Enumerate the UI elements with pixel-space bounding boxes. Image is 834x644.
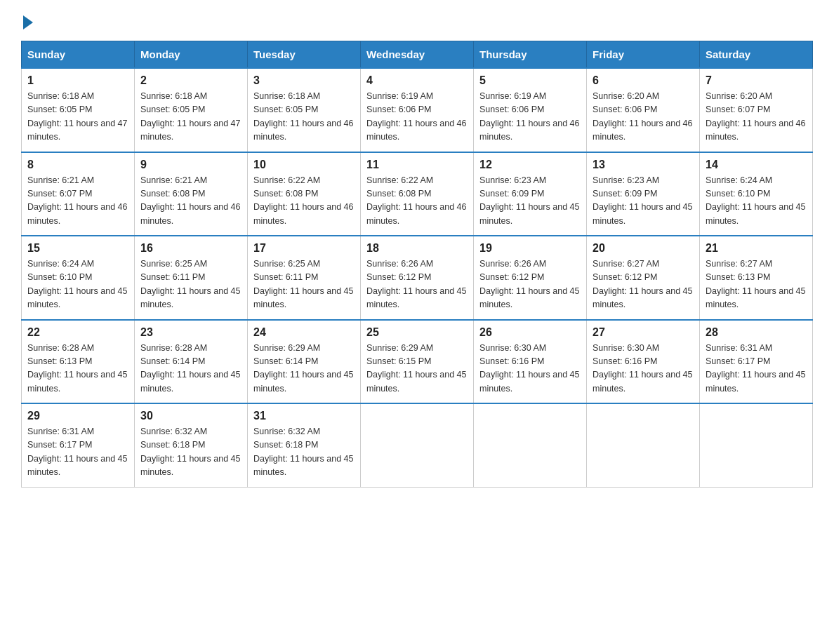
week-row-1: 1 Sunrise: 6:18 AM Sunset: 6:05 PM Dayli…	[22, 68, 813, 152]
day-number: 11	[366, 159, 468, 171]
calendar-cell: 2 Sunrise: 6:18 AM Sunset: 6:05 PM Dayli…	[135, 68, 248, 152]
calendar-cell: 23 Sunrise: 6:28 AM Sunset: 6:14 PM Dayl…	[135, 320, 248, 404]
day-number: 18	[366, 242, 468, 255]
calendar-table: SundayMondayTuesdayWednesdayThursdayFrid…	[21, 41, 813, 488]
calendar-cell: 26 Sunrise: 6:30 AM Sunset: 6:16 PM Dayl…	[474, 320, 587, 404]
week-row-5: 29 Sunrise: 6:31 AM Sunset: 6:17 PM Dayl…	[22, 403, 813, 487]
day-number: 1	[27, 74, 128, 87]
day-number: 28	[706, 326, 807, 339]
day-number: 2	[140, 74, 241, 87]
calendar-cell: 28 Sunrise: 6:31 AM Sunset: 6:17 PM Dayl…	[700, 320, 813, 404]
header-thursday: Thursday	[474, 41, 587, 69]
day-info: Sunrise: 6:18 AM Sunset: 6:05 PM Dayligh…	[253, 90, 355, 145]
day-number: 15	[27, 242, 128, 255]
day-info: Sunrise: 6:27 AM Sunset: 6:12 PM Dayligh…	[593, 257, 694, 312]
calendar-cell	[361, 403, 474, 487]
day-info: Sunrise: 6:18 AM Sunset: 6:05 PM Dayligh…	[27, 90, 128, 145]
day-number: 29	[27, 410, 128, 422]
calendar-cell: 14 Sunrise: 6:24 AM Sunset: 6:10 PM Dayl…	[700, 152, 813, 236]
logo	[21, 14, 33, 27]
day-number: 17	[253, 242, 355, 255]
day-number: 4	[366, 74, 468, 87]
day-info: Sunrise: 6:18 AM Sunset: 6:05 PM Dayligh…	[140, 90, 241, 145]
calendar-cell: 13 Sunrise: 6:23 AM Sunset: 6:09 PM Dayl…	[587, 152, 700, 236]
day-info: Sunrise: 6:30 AM Sunset: 6:16 PM Dayligh…	[593, 342, 694, 396]
week-row-3: 15 Sunrise: 6:24 AM Sunset: 6:10 PM Dayl…	[22, 236, 813, 320]
calendar-cell: 10 Sunrise: 6:22 AM Sunset: 6:08 PM Dayl…	[248, 152, 361, 236]
calendar-cell	[700, 403, 813, 487]
week-row-2: 8 Sunrise: 6:21 AM Sunset: 6:07 PM Dayli…	[22, 152, 813, 236]
calendar-cell: 30 Sunrise: 6:32 AM Sunset: 6:18 PM Dayl…	[135, 403, 248, 487]
calendar-cell: 12 Sunrise: 6:23 AM Sunset: 6:09 PM Dayl…	[474, 152, 587, 236]
calendar-cell: 29 Sunrise: 6:31 AM Sunset: 6:17 PM Dayl…	[22, 403, 135, 487]
day-number: 23	[140, 326, 241, 339]
header-monday: Monday	[135, 41, 248, 69]
day-number: 20	[593, 242, 694, 255]
calendar-cell: 27 Sunrise: 6:30 AM Sunset: 6:16 PM Dayl…	[587, 320, 700, 404]
calendar-cell: 22 Sunrise: 6:28 AM Sunset: 6:13 PM Dayl…	[22, 320, 135, 404]
day-info: Sunrise: 6:22 AM Sunset: 6:08 PM Dayligh…	[366, 174, 468, 229]
day-number: 31	[253, 410, 355, 422]
day-number: 24	[253, 326, 355, 339]
calendar-cell: 4 Sunrise: 6:19 AM Sunset: 6:06 PM Dayli…	[361, 68, 474, 152]
page-header	[21, 14, 813, 27]
calendar-cell: 25 Sunrise: 6:29 AM Sunset: 6:15 PM Dayl…	[361, 320, 474, 404]
day-number: 19	[479, 242, 581, 255]
day-number: 13	[593, 159, 694, 171]
calendar-cell: 17 Sunrise: 6:25 AM Sunset: 6:11 PM Dayl…	[248, 236, 361, 320]
calendar-cell: 19 Sunrise: 6:26 AM Sunset: 6:12 PM Dayl…	[474, 236, 587, 320]
day-number: 27	[593, 326, 694, 339]
day-info: Sunrise: 6:22 AM Sunset: 6:08 PM Dayligh…	[253, 174, 355, 229]
day-number: 10	[253, 159, 355, 171]
week-row-4: 22 Sunrise: 6:28 AM Sunset: 6:13 PM Dayl…	[22, 320, 813, 404]
calendar-cell: 16 Sunrise: 6:25 AM Sunset: 6:11 PM Dayl…	[135, 236, 248, 320]
day-info: Sunrise: 6:19 AM Sunset: 6:06 PM Dayligh…	[366, 90, 468, 145]
day-number: 5	[479, 74, 581, 87]
calendar-header-row: SundayMondayTuesdayWednesdayThursdayFrid…	[22, 41, 813, 69]
header-friday: Friday	[587, 41, 700, 69]
logo-arrow-icon	[23, 15, 33, 29]
calendar-cell: 15 Sunrise: 6:24 AM Sunset: 6:10 PM Dayl…	[22, 236, 135, 320]
day-info: Sunrise: 6:29 AM Sunset: 6:14 PM Dayligh…	[253, 342, 355, 396]
calendar-cell: 3 Sunrise: 6:18 AM Sunset: 6:05 PM Dayli…	[248, 68, 361, 152]
day-info: Sunrise: 6:30 AM Sunset: 6:16 PM Dayligh…	[479, 342, 581, 396]
day-number: 14	[706, 159, 807, 171]
calendar-cell: 7 Sunrise: 6:20 AM Sunset: 6:07 PM Dayli…	[700, 68, 813, 152]
day-number: 9	[140, 159, 241, 171]
calendar-cell: 24 Sunrise: 6:29 AM Sunset: 6:14 PM Dayl…	[248, 320, 361, 404]
header-sunday: Sunday	[22, 41, 135, 69]
calendar-cell: 9 Sunrise: 6:21 AM Sunset: 6:08 PM Dayli…	[135, 152, 248, 236]
day-number: 30	[140, 410, 241, 422]
day-info: Sunrise: 6:32 AM Sunset: 6:18 PM Dayligh…	[140, 425, 241, 480]
header-wednesday: Wednesday	[361, 41, 474, 69]
day-info: Sunrise: 6:20 AM Sunset: 6:07 PM Dayligh…	[706, 90, 807, 145]
calendar-cell: 1 Sunrise: 6:18 AM Sunset: 6:05 PM Dayli…	[22, 68, 135, 152]
day-number: 26	[479, 326, 581, 339]
calendar-cell: 20 Sunrise: 6:27 AM Sunset: 6:12 PM Dayl…	[587, 236, 700, 320]
day-number: 12	[479, 159, 581, 171]
calendar-cell: 6 Sunrise: 6:20 AM Sunset: 6:06 PM Dayli…	[587, 68, 700, 152]
day-info: Sunrise: 6:32 AM Sunset: 6:18 PM Dayligh…	[253, 425, 355, 480]
day-info: Sunrise: 6:25 AM Sunset: 6:11 PM Dayligh…	[253, 257, 355, 312]
calendar-cell: 31 Sunrise: 6:32 AM Sunset: 6:18 PM Dayl…	[248, 403, 361, 487]
day-info: Sunrise: 6:25 AM Sunset: 6:11 PM Dayligh…	[140, 257, 241, 312]
calendar-cell	[587, 403, 700, 487]
day-info: Sunrise: 6:19 AM Sunset: 6:06 PM Dayligh…	[479, 90, 581, 145]
calendar-cell: 11 Sunrise: 6:22 AM Sunset: 6:08 PM Dayl…	[361, 152, 474, 236]
day-number: 25	[366, 326, 468, 339]
day-number: 16	[140, 242, 241, 255]
day-info: Sunrise: 6:31 AM Sunset: 6:17 PM Dayligh…	[706, 342, 807, 396]
day-number: 22	[27, 326, 128, 339]
day-info: Sunrise: 6:21 AM Sunset: 6:07 PM Dayligh…	[27, 174, 128, 229]
day-info: Sunrise: 6:24 AM Sunset: 6:10 PM Dayligh…	[706, 174, 807, 229]
day-info: Sunrise: 6:29 AM Sunset: 6:15 PM Dayligh…	[366, 342, 468, 396]
day-info: Sunrise: 6:28 AM Sunset: 6:14 PM Dayligh…	[140, 342, 241, 396]
day-info: Sunrise: 6:26 AM Sunset: 6:12 PM Dayligh…	[366, 257, 468, 312]
day-info: Sunrise: 6:23 AM Sunset: 6:09 PM Dayligh…	[593, 174, 694, 229]
day-number: 3	[253, 74, 355, 87]
calendar-cell: 21 Sunrise: 6:27 AM Sunset: 6:13 PM Dayl…	[700, 236, 813, 320]
calendar-cell: 8 Sunrise: 6:21 AM Sunset: 6:07 PM Dayli…	[22, 152, 135, 236]
day-info: Sunrise: 6:27 AM Sunset: 6:13 PM Dayligh…	[706, 257, 807, 312]
day-info: Sunrise: 6:23 AM Sunset: 6:09 PM Dayligh…	[479, 174, 581, 229]
day-info: Sunrise: 6:28 AM Sunset: 6:13 PM Dayligh…	[27, 342, 128, 396]
